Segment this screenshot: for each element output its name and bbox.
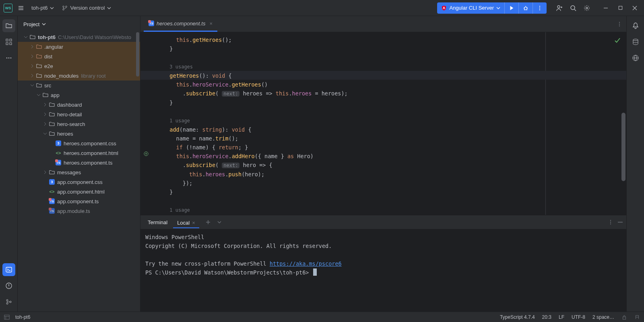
status-line-ending[interactable]: LF bbox=[559, 314, 564, 320]
terminal-dropdown-button[interactable] bbox=[215, 217, 224, 227]
close-tab-button[interactable]: × bbox=[209, 21, 213, 27]
project-dropdown[interactable]: toh-pt6 bbox=[28, 3, 57, 12]
tree-file-app-module[interactable]: TS app.module.ts bbox=[18, 206, 140, 216]
chevron-right-icon bbox=[30, 45, 34, 49]
tree-scrollbar[interactable] bbox=[135, 32, 140, 312]
debug-button[interactable] bbox=[519, 2, 533, 14]
run-button[interactable] bbox=[505, 2, 519, 14]
tree-file-app-css[interactable]: 3 app.component.css bbox=[18, 177, 140, 187]
terminal-tool-button[interactable] bbox=[2, 263, 15, 276]
run-config-dropdown[interactable]: Angular CLI Server bbox=[437, 2, 505, 14]
minimize-icon bbox=[603, 6, 608, 10]
project-tool-window: Project toh-pt6 C:\Users\David Watson\We… bbox=[18, 16, 140, 312]
editor-tab-label: heroes.component.ts bbox=[157, 21, 205, 27]
ts-icon: TS bbox=[49, 198, 55, 204]
minimize-panel-icon[interactable] bbox=[617, 219, 623, 225]
close-terminal-tab[interactable]: × bbox=[192, 220, 195, 226]
status-project[interactable]: toh-pt6 bbox=[15, 314, 30, 320]
window-maximize-button[interactable] bbox=[613, 2, 627, 14]
main-menu-button[interactable] bbox=[15, 2, 27, 14]
tree-root[interactable]: toh-pt6 C:\Users\David Watson\Websto bbox=[18, 32, 140, 42]
svg-point-4 bbox=[539, 6, 540, 6]
chevron-down-icon bbox=[24, 35, 28, 39]
svg-point-7 bbox=[557, 6, 560, 8]
code-editor[interactable]: this.getHeroes(); } 3 usages getHeroes()… bbox=[140, 32, 626, 215]
editor-scrollbar[interactable] bbox=[621, 32, 626, 215]
angular-icon bbox=[441, 5, 447, 11]
terminal-output[interactable]: Windows PowerShell Copyright (C) Microso… bbox=[140, 229, 626, 312]
tree-root-label: toh-pt6 bbox=[38, 34, 56, 40]
more-tools-button[interactable] bbox=[2, 52, 15, 64]
warning-icon bbox=[5, 282, 12, 289]
svg-rect-33 bbox=[623, 317, 626, 319]
tool-windows-icon[interactable] bbox=[4, 314, 10, 320]
svg-point-29 bbox=[610, 223, 611, 224]
memory-icon[interactable] bbox=[634, 314, 640, 320]
editor-tab[interactable]: TS heroes.component.ts × bbox=[144, 16, 217, 32]
tree-file-app-ts[interactable]: TS app.component.ts bbox=[18, 196, 140, 206]
svg-rect-14 bbox=[10, 43, 12, 45]
vcs-dropdown[interactable]: Version control bbox=[59, 3, 114, 12]
terminal-link[interactable]: https://aka.ms/pscore6 bbox=[270, 260, 342, 267]
kebab-icon[interactable] bbox=[617, 21, 622, 27]
play-icon bbox=[509, 5, 514, 11]
code-content[interactable]: this.getHeroes(); } 3 usages getHeroes()… bbox=[140, 32, 626, 215]
person-add-icon bbox=[556, 4, 563, 12]
problems-tool-button[interactable] bbox=[2, 279, 15, 292]
chevron-down-icon bbox=[107, 6, 111, 10]
structure-tool-button[interactable] bbox=[2, 35, 15, 48]
tree-item-app[interactable]: app bbox=[18, 90, 140, 100]
tree-item-messages[interactable]: messages bbox=[18, 167, 140, 177]
tree-file-app-html[interactable]: <> app.component.html bbox=[18, 187, 140, 196]
window-minimize-button[interactable] bbox=[599, 2, 613, 14]
project-header[interactable]: Project bbox=[18, 16, 140, 32]
project-tool-button[interactable] bbox=[2, 19, 15, 32]
tree-item-node-modules[interactable]: node_modules library root bbox=[18, 71, 140, 80]
terminal-tab-local[interactable]: Local × bbox=[173, 217, 199, 228]
tree-item-angular[interactable]: .angular bbox=[18, 42, 140, 52]
terminal-tab-main[interactable]: Terminal bbox=[144, 217, 171, 228]
status-encoding[interactable]: UTF-8 bbox=[572, 314, 585, 320]
kebab-icon bbox=[537, 5, 543, 11]
svg-point-25 bbox=[619, 25, 620, 26]
editor-area: TS heroes.component.ts × this.getHeroes(… bbox=[140, 16, 626, 312]
new-terminal-button[interactable] bbox=[203, 217, 213, 227]
code-with-me-button[interactable] bbox=[554, 2, 565, 14]
maximize-icon bbox=[618, 6, 623, 10]
notifications-button[interactable] bbox=[629, 19, 642, 32]
tree-root-path: C:\Users\David Watson\Websto bbox=[58, 34, 131, 40]
tree-scroll-thumb[interactable] bbox=[136, 32, 139, 76]
ts-icon: TS bbox=[49, 208, 55, 214]
tree-item-hero-search[interactable]: hero-search bbox=[18, 119, 140, 129]
tree-item-heroes[interactable]: heroes bbox=[18, 129, 140, 138]
search-everywhere-button[interactable] bbox=[568, 2, 579, 14]
vcs-tool-button[interactable] bbox=[2, 295, 15, 308]
chevron-right-icon bbox=[43, 170, 47, 174]
tree-file-heroes-html[interactable]: <> heroes.component.html bbox=[18, 148, 140, 158]
web-tool-button[interactable] bbox=[629, 52, 642, 64]
project-tree[interactable]: toh-pt6 C:\Users\David Watson\Websto .an… bbox=[18, 32, 140, 312]
database-tool-button[interactable] bbox=[629, 35, 642, 48]
chevron-right-icon bbox=[43, 112, 47, 116]
status-indent[interactable]: 2 space… bbox=[592, 314, 614, 320]
status-caret-pos[interactable]: 20:3 bbox=[542, 314, 551, 320]
terminal-icon bbox=[5, 266, 12, 273]
run-more-button[interactable] bbox=[533, 2, 547, 14]
settings-button[interactable] bbox=[581, 2, 592, 14]
svg-rect-32 bbox=[4, 315, 9, 319]
css-icon: 3 bbox=[56, 140, 61, 146]
tree-item-hero-detail[interactable]: hero-detail bbox=[18, 109, 140, 119]
tree-item-src[interactable]: src bbox=[18, 80, 140, 90]
tree-item-dashboard[interactable]: dashboard bbox=[18, 100, 140, 109]
bug-icon bbox=[523, 5, 528, 11]
editor-scroll-thumb[interactable] bbox=[621, 113, 625, 181]
window-close-button[interactable] bbox=[628, 2, 642, 14]
readonly-icon[interactable] bbox=[621, 314, 627, 320]
tree-file-heroes-ts[interactable]: TS heroes.component.ts bbox=[18, 158, 140, 167]
svg-point-23 bbox=[619, 22, 620, 23]
kebab-icon[interactable] bbox=[608, 219, 613, 225]
status-typescript[interactable]: TypeScript 4.7.4 bbox=[500, 314, 535, 320]
tree-item-e2e[interactable]: e2e bbox=[18, 61, 140, 71]
tree-file-heroes-css[interactable]: 3 heroes.component.css bbox=[18, 138, 140, 148]
tree-item-dist[interactable]: dist bbox=[18, 52, 140, 61]
